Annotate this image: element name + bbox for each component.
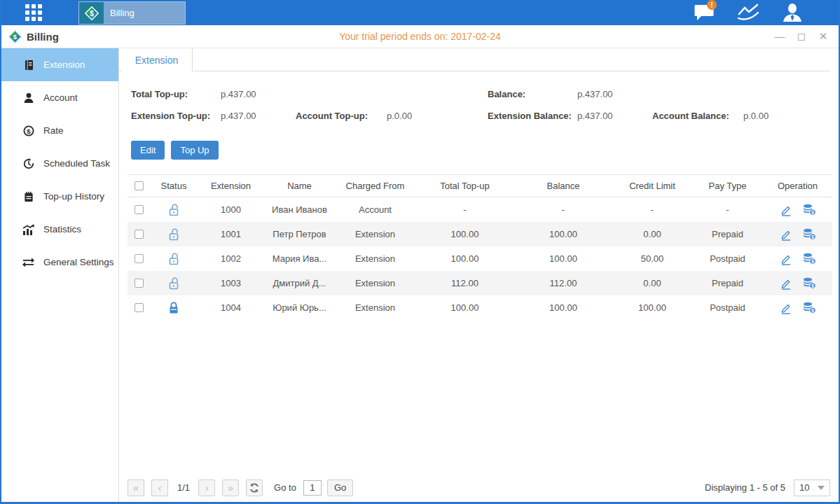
extension-topup-label: Extension Top-up: [131, 111, 221, 121]
cell-pay-type: Prepaid [692, 278, 763, 288]
taskbar-tab-label: Billing [104, 2, 135, 24]
notification-badge: ! [707, 0, 717, 10]
minimize-button[interactable]: — [774, 31, 785, 42]
cell-total-topup: - [415, 204, 514, 215]
goto-page-input[interactable] [303, 480, 322, 496]
top-up-row-icon[interactable]: $ [803, 302, 816, 314]
tab-extension[interactable]: Extension [121, 48, 193, 71]
refresh-button[interactable] [246, 479, 263, 496]
sidebar-item-extension[interactable]: Extension [1, 48, 118, 81]
cell-charged-from: Extension [335, 302, 415, 313]
extension-topup-value: p.437.00 [221, 111, 296, 121]
cell-balance: 100.00 [514, 229, 612, 239]
line-chart-icon [737, 4, 759, 22]
top-up-row-icon[interactable]: $ [803, 277, 816, 289]
lock-open-icon[interactable] [168, 253, 179, 265]
svg-text:$: $ [811, 308, 814, 314]
sidebar-item-general-settings[interactable]: General Settings [1, 246, 118, 279]
table-row: 1000 Иван Иванов Account - - - - [128, 197, 832, 222]
lock-open-icon[interactable] [168, 204, 179, 216]
row-checkbox[interactable] [135, 303, 144, 312]
go-button[interactable]: Go [327, 479, 353, 496]
cell-pay-type: - [692, 204, 763, 215]
last-page-button[interactable]: » [222, 479, 239, 496]
lock-open-icon[interactable] [168, 277, 179, 290]
window-title: Billing [27, 31, 59, 43]
cell-credit-limit: 50.00 [612, 253, 692, 264]
table-row: 1001 Петр Петров Extension 100.00 100.00… [128, 222, 832, 246]
account-balance-value: p.0.00 [743, 111, 769, 121]
cell-extension: 1004 [198, 302, 264, 313]
messages-icon[interactable]: ! [693, 3, 715, 22]
column-balance: Balance [514, 181, 612, 191]
edit-row-icon[interactable] [780, 204, 792, 216]
row-checkbox[interactable] [135, 205, 144, 214]
select-all-checkbox[interactable] [135, 181, 144, 190]
tab-strip: Extension [119, 48, 839, 71]
lock-closed-icon[interactable] [168, 302, 179, 314]
top-up-row-icon[interactable]: $ [803, 228, 816, 240]
maximize-button[interactable]: ◻ [796, 31, 807, 42]
sidebar-item-account[interactable]: Account [1, 81, 118, 114]
cell-charged-from: Extension [335, 278, 415, 288]
pagination-bar: « ‹ 1/1 › » Go to Go Displaying 1 - 5 of… [128, 479, 830, 496]
prev-page-button[interactable]: ‹ [151, 479, 168, 496]
billing-app-icon-box: $ [79, 2, 104, 24]
edit-button[interactable]: Edit [131, 141, 165, 160]
lock-open-icon[interactable] [168, 228, 179, 241]
column-status: Status [150, 181, 198, 191]
svg-text:$: $ [811, 234, 814, 240]
dollar-circle-icon: $ [22, 125, 34, 136]
first-page-button[interactable]: « [128, 479, 144, 496]
sidebar-item-label: Rate [43, 125, 64, 136]
top-up-row-icon[interactable]: $ [803, 204, 816, 216]
cell-name: Мария Ива... [264, 253, 335, 264]
row-checkbox[interactable] [135, 279, 144, 288]
sidebar-item-label: Account [43, 92, 78, 103]
row-checkbox[interactable] [135, 254, 144, 263]
cell-extension: 1001 [198, 229, 264, 239]
notebook-icon [22, 190, 34, 202]
page-size-select[interactable]: 10 [794, 479, 830, 496]
history-clock-icon [22, 158, 34, 169]
row-checkbox[interactable] [135, 230, 144, 239]
cell-balance: 112.00 [514, 278, 612, 288]
column-operation: Operation [763, 181, 832, 191]
billing-title-icon: $ [8, 30, 22, 43]
next-page-button[interactable]: › [198, 479, 215, 496]
billing-window: $ Billing ! [0, 0, 840, 504]
displaying-text: Displaying 1 - 5 of 5 [705, 482, 785, 493]
account-topup-label: Account Top-up: [296, 111, 387, 121]
svg-text:$: $ [811, 210, 814, 216]
sidebar-item-label: Extension [43, 59, 85, 70]
refresh-icon [249, 483, 259, 493]
edit-row-icon[interactable] [780, 228, 792, 241]
sidebar-item-scheduled-task[interactable]: Scheduled Task [1, 147, 118, 180]
sidebar-item-topup-history[interactable]: Top-up History [1, 180, 118, 213]
sidebar-item-statistics[interactable]: Statistics [1, 213, 118, 246]
cell-extension: 1000 [198, 204, 264, 215]
user-account-icon[interactable] [781, 3, 804, 22]
sidebar-item-label: Top-up History [43, 191, 104, 202]
ledger-icon [22, 59, 34, 71]
top-up-button[interactable]: Top Up [171, 141, 218, 160]
cell-pay-type: Postpaid [692, 253, 763, 264]
total-topup-value: p.437.00 [221, 89, 256, 99]
top-app-bar: $ Billing ! [1, 0, 839, 25]
sidebar-item-rate[interactable]: $ Rate [1, 114, 118, 147]
edit-row-icon[interactable] [780, 253, 792, 265]
taskbar-tab-billing[interactable]: $ Billing [78, 1, 186, 24]
edit-row-icon[interactable] [780, 277, 792, 290]
sidebar-item-label: General Settings [43, 257, 114, 267]
cell-balance: 100.00 [514, 253, 612, 264]
svg-text:$: $ [811, 284, 814, 289]
resource-monitor-icon[interactable] [737, 3, 759, 22]
balance-label: Balance: [488, 89, 577, 99]
edit-row-icon[interactable] [780, 302, 792, 314]
total-topup-label: Total Top-up: [131, 89, 221, 99]
cell-total-topup: 100.00 [415, 302, 514, 313]
apps-grid-icon[interactable] [24, 3, 43, 22]
chevron-down-icon [818, 486, 825, 490]
top-up-row-icon[interactable]: $ [803, 253, 816, 265]
close-button[interactable]: ✕ [818, 31, 829, 42]
